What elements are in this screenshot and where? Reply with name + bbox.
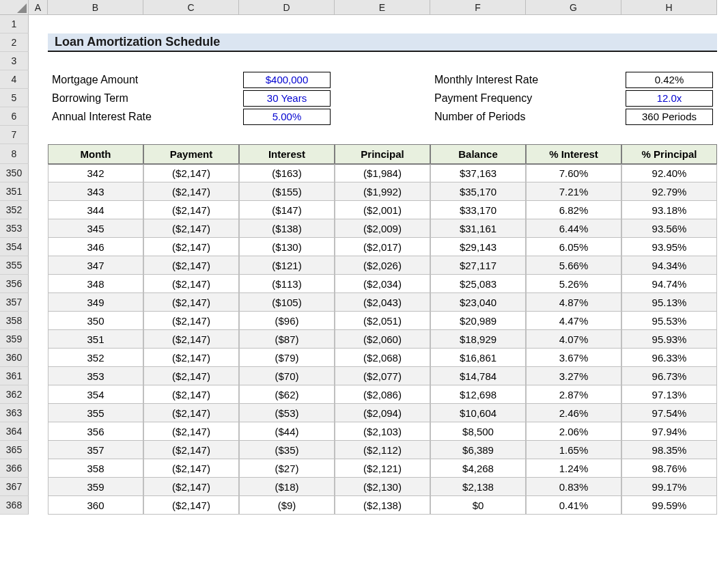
- table-cell[interactable]: 5.26%: [526, 275, 621, 293]
- table-header[interactable]: Payment: [143, 144, 239, 164]
- row-header[interactable]: 364: [0, 422, 29, 441]
- table-cell[interactable]: ($96): [239, 312, 335, 330]
- table-cell[interactable]: $8,500: [430, 422, 526, 441]
- column-header[interactable]: C: [143, 0, 239, 15]
- table-cell[interactable]: 357: [48, 441, 143, 459]
- cell[interactable]: 12.0x: [621, 89, 717, 107]
- table-cell[interactable]: ($2,121): [335, 459, 430, 478]
- table-cell[interactable]: ($130): [239, 238, 335, 256]
- cell[interactable]: [335, 126, 430, 144]
- input-value[interactable]: 0.42%: [626, 72, 713, 88]
- cell[interactable]: [621, 52, 717, 70]
- table-cell[interactable]: $20,989: [430, 312, 526, 330]
- input-value[interactable]: 5.00%: [243, 109, 331, 125]
- table-cell[interactable]: ($1,992): [335, 182, 430, 201]
- table-cell[interactable]: ($2,147): [143, 201, 239, 219]
- table-cell[interactable]: ($35): [239, 441, 335, 459]
- row-header[interactable]: 352: [0, 201, 29, 219]
- cell[interactable]: [29, 312, 48, 330]
- cell[interactable]: [29, 330, 48, 349]
- cell[interactable]: [335, 52, 430, 70]
- table-cell[interactable]: 358: [48, 459, 143, 478]
- row-header[interactable]: 8: [0, 144, 29, 164]
- cell[interactable]: [143, 70, 239, 89]
- table-cell[interactable]: ($2,147): [143, 441, 239, 459]
- row-header[interactable]: 362: [0, 385, 29, 404]
- cell[interactable]: [335, 89, 430, 107]
- cell[interactable]: 30 Years: [239, 89, 335, 107]
- table-cell[interactable]: ($2,094): [335, 404, 430, 422]
- table-cell[interactable]: 2.06%: [526, 422, 621, 441]
- table-cell[interactable]: ($2,147): [143, 422, 239, 441]
- table-cell[interactable]: 2.87%: [526, 385, 621, 404]
- cell[interactable]: [430, 15, 526, 33]
- cell[interactable]: [48, 15, 143, 33]
- input-value[interactable]: 30 Years: [243, 90, 331, 107]
- table-cell[interactable]: 93.56%: [621, 219, 717, 238]
- table-cell[interactable]: 93.18%: [621, 201, 717, 219]
- table-cell[interactable]: 93.95%: [621, 238, 717, 256]
- table-cell[interactable]: ($2,103): [335, 422, 430, 441]
- table-cell[interactable]: $0: [430, 496, 526, 515]
- cell[interactable]: [335, 15, 430, 33]
- column-header[interactable]: H: [621, 0, 717, 15]
- table-header[interactable]: Month: [48, 144, 143, 164]
- table-cell[interactable]: ($2,068): [335, 349, 430, 367]
- table-cell[interactable]: 94.34%: [621, 256, 717, 275]
- row-header[interactable]: 2: [0, 33, 29, 52]
- table-cell[interactable]: ($27): [239, 459, 335, 478]
- table-cell[interactable]: 342: [48, 164, 143, 182]
- cell[interactable]: [29, 164, 48, 182]
- cell[interactable]: [29, 70, 48, 89]
- table-cell[interactable]: 95.13%: [621, 293, 717, 312]
- spreadsheet-grid[interactable]: ABCDEFGH12Loan Amortization Schedule34Mo…: [0, 0, 728, 515]
- row-header[interactable]: 1: [0, 15, 29, 33]
- input-value[interactable]: $400,000: [243, 72, 331, 88]
- table-cell[interactable]: ($113): [239, 275, 335, 293]
- table-cell[interactable]: 97.13%: [621, 385, 717, 404]
- table-cell[interactable]: $10,604: [430, 404, 526, 422]
- cell[interactable]: [29, 52, 48, 70]
- cell[interactable]: [29, 201, 48, 219]
- table-cell[interactable]: ($2,138): [335, 496, 430, 515]
- table-cell[interactable]: 2.46%: [526, 404, 621, 422]
- cell[interactable]: $400,000: [239, 70, 335, 89]
- table-cell[interactable]: ($2,086): [335, 385, 430, 404]
- table-cell[interactable]: 350: [48, 312, 143, 330]
- cell[interactable]: [29, 15, 48, 33]
- table-cell[interactable]: ($2,147): [143, 164, 239, 182]
- cell[interactable]: [335, 107, 430, 126]
- table-header[interactable]: % Interest: [526, 144, 621, 164]
- table-cell[interactable]: ($79): [239, 349, 335, 367]
- cell[interactable]: 5.00%: [239, 107, 335, 126]
- cell[interactable]: [29, 496, 48, 515]
- cell[interactable]: [29, 404, 48, 422]
- row-header[interactable]: 368: [0, 496, 29, 515]
- row-header[interactable]: 363: [0, 404, 29, 422]
- cell[interactable]: 0.42%: [621, 70, 717, 89]
- table-cell[interactable]: 96.73%: [621, 367, 717, 385]
- table-cell[interactable]: $35,170: [430, 182, 526, 201]
- table-cell[interactable]: 6.05%: [526, 238, 621, 256]
- table-cell[interactable]: $23,040: [430, 293, 526, 312]
- table-cell[interactable]: 0.41%: [526, 496, 621, 515]
- table-cell[interactable]: 97.94%: [621, 422, 717, 441]
- row-header[interactable]: 355: [0, 256, 29, 275]
- table-cell[interactable]: 95.93%: [621, 330, 717, 349]
- table-cell[interactable]: ($2,009): [335, 219, 430, 238]
- row-header[interactable]: 366: [0, 459, 29, 478]
- table-cell[interactable]: 351: [48, 330, 143, 349]
- table-cell[interactable]: ($1,984): [335, 164, 430, 182]
- table-cell[interactable]: ($121): [239, 256, 335, 275]
- table-cell[interactable]: 0.83%: [526, 478, 621, 496]
- table-cell[interactable]: ($2,043): [335, 293, 430, 312]
- cell[interactable]: [621, 15, 717, 33]
- row-header[interactable]: 351: [0, 182, 29, 201]
- column-header[interactable]: G: [526, 0, 621, 15]
- cell[interactable]: [29, 238, 48, 256]
- cell[interactable]: [29, 275, 48, 293]
- table-cell[interactable]: 99.17%: [621, 478, 717, 496]
- table-cell[interactable]: 3.27%: [526, 367, 621, 385]
- row-header[interactable]: 4: [0, 70, 29, 89]
- cell[interactable]: [29, 126, 48, 144]
